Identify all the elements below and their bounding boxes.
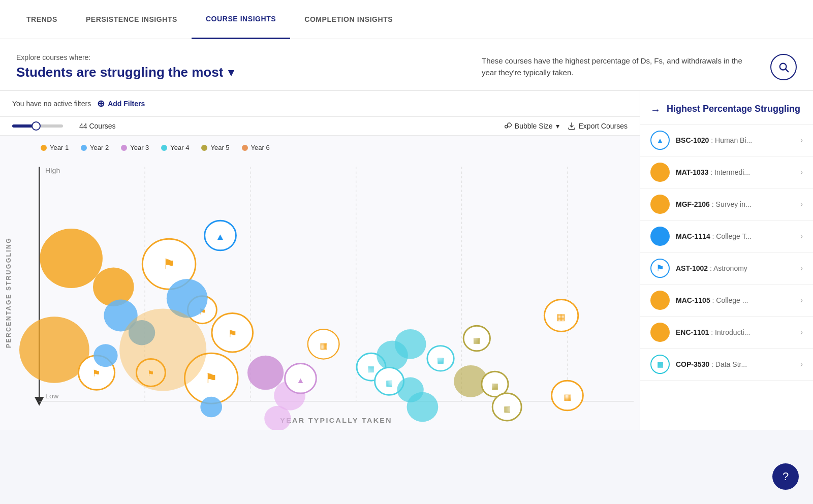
course-list-item[interactable]: ENC-1101 : Introducti... › xyxy=(640,317,813,349)
bubble-y1-2[interactable] xyxy=(93,268,134,307)
course-code: MAC-1105 xyxy=(676,296,710,304)
content-wrapper: You have no active filters ⊕ Add Filters… xyxy=(0,91,813,430)
legend-label-year2: Year 2 xyxy=(90,144,109,151)
legend-label-year3: Year 3 xyxy=(130,144,149,151)
bubble-y2-6[interactable] xyxy=(200,397,222,418)
bubble-y2-5[interactable] xyxy=(93,344,118,367)
svg-text:▲: ▲ xyxy=(296,375,304,385)
legend-label-year5: Year 5 xyxy=(210,144,229,151)
course-list-item[interactable]: ▦ COP-3530 : Data Str... › xyxy=(640,349,813,381)
course-code: MGF-2106 xyxy=(676,200,710,208)
chart-legend: Year 1 Year 2 Year 3 Year 4 Year 5 Year … xyxy=(0,136,640,155)
course-name: : Data Str... xyxy=(711,360,747,368)
svg-text:▦: ▦ xyxy=(386,379,393,388)
course-info-mac1114: MAC-1114 : College T... xyxy=(676,232,794,240)
svg-text:⚑: ⚑ xyxy=(228,328,238,339)
hero-title[interactable]: Students are struggling the most ▾ xyxy=(16,65,234,80)
course-name: : College ... xyxy=(712,296,748,304)
bubble-range-slider[interactable] xyxy=(12,124,63,128)
chevron-right-icon: › xyxy=(800,136,803,145)
bubble-chart: PERCENTAGE STRUGGLING High Low YEAR TYPI… xyxy=(0,155,640,430)
svg-text:PERCENTAGE STRUGGLING: PERCENTAGE STRUGGLING xyxy=(5,237,12,348)
course-code: COP-3530 xyxy=(676,360,709,368)
dropdown-chevron-icon[interactable]: ▾ xyxy=(228,66,234,79)
svg-line-1 xyxy=(786,69,788,72)
search-button[interactable] xyxy=(770,54,797,80)
course-name: : Human Bi... xyxy=(711,136,752,144)
legend-dot-year2 xyxy=(81,145,87,151)
svg-text:▦: ▦ xyxy=(437,356,444,365)
legend-dot-year6 xyxy=(242,145,248,151)
course-avatar-cop3530: ▦ xyxy=(650,355,670,374)
course-info-mat1033: MAT-1033 : Intermedi... xyxy=(676,168,794,176)
filter-status-text: You have no active filters xyxy=(12,100,91,108)
right-panel: → Highest Percentage Struggling ▲ BSC-10… xyxy=(640,91,813,430)
svg-text:▦: ▦ xyxy=(564,393,571,402)
legend-year1: Year 1 xyxy=(41,144,69,151)
add-filters-button[interactable]: ⊕ Add Filters xyxy=(97,98,145,109)
top-navigation: TRENDS PERSISTENCE INSIGHTS COURSE INSIG… xyxy=(0,0,813,39)
chevron-right-icon: › xyxy=(800,296,803,305)
chart-toolbar: 44 Courses Bubble Size ▾ Export Courses xyxy=(0,117,640,136)
hero-section: Explore courses where: Students are stru… xyxy=(0,39,813,91)
course-code: ENC-1101 xyxy=(676,328,709,336)
course-code: MAC-1114 xyxy=(676,232,710,240)
course-list-item[interactable]: MAC-1105 : College ... › xyxy=(640,285,813,317)
filter-bar: You have no active filters ⊕ Add Filters xyxy=(0,91,640,117)
bubble-y3-1[interactable] xyxy=(247,356,284,390)
course-list-item[interactable]: MGF-2106 : Survey in... › xyxy=(640,188,813,220)
course-name: : Astronomy xyxy=(710,264,747,272)
course-avatar-mat1033 xyxy=(650,163,670,182)
hero-description: These courses have the highest percentag… xyxy=(482,55,756,78)
range-thumb[interactable] xyxy=(32,121,41,131)
course-list-item[interactable]: MAC-1114 : College T... › xyxy=(640,220,813,253)
svg-text:▦: ▦ xyxy=(367,365,374,373)
bubble-highlight xyxy=(119,309,206,391)
hero-left: Explore courses where: Students are stru… xyxy=(16,53,234,80)
course-name: : Introducti... xyxy=(711,328,750,336)
nav-course-insights[interactable]: COURSE INSIGHTS xyxy=(192,0,290,39)
nav-completion[interactable]: COMPLETION INSIGHTS xyxy=(290,0,407,39)
course-list-item[interactable]: ▲ BSC-1020 : Human Bi... › xyxy=(640,124,813,156)
legend-dot-year4 xyxy=(161,145,167,151)
bubble-y4-6[interactable] xyxy=(407,392,439,422)
bubble-y4-3[interactable] xyxy=(395,329,426,359)
bubble-y3-3[interactable] xyxy=(264,406,291,430)
chevron-right-icon: › xyxy=(800,360,803,369)
course-info-mac1105: MAC-1105 : College ... xyxy=(676,296,794,304)
course-code: BSC-1020 xyxy=(676,136,709,144)
chevron-right-icon: › xyxy=(800,200,803,209)
export-button[interactable]: Export Courses xyxy=(568,122,628,130)
hero-title-text: Students are struggling the most xyxy=(16,65,223,80)
chevron-right-icon: › xyxy=(800,264,803,273)
legend-dot-year3 xyxy=(121,145,127,151)
plus-icon: ⊕ xyxy=(97,98,105,109)
course-code: MAT-1033 xyxy=(676,168,708,176)
course-avatar-mac1114 xyxy=(650,227,670,246)
svg-text:▦: ▦ xyxy=(473,336,480,344)
legend-label-year6: Year 6 xyxy=(251,144,270,151)
courses-count: 44 Courses xyxy=(79,122,116,130)
svg-point-3 xyxy=(507,123,511,127)
legend-year2: Year 2 xyxy=(81,144,109,151)
course-avatar-bsc1020: ▲ xyxy=(650,131,670,150)
course-info-ast1002: AST-1002 : Astronomy xyxy=(676,264,794,272)
svg-text:▦: ▦ xyxy=(504,404,511,413)
bubble-size-chevron-icon: ▾ xyxy=(556,122,559,130)
legend-year3: Year 3 xyxy=(121,144,149,151)
svg-text:⚑: ⚑ xyxy=(92,368,101,379)
bubble-size-button[interactable]: Bubble Size ▾ xyxy=(504,122,559,130)
arrow-right-icon: → xyxy=(650,104,661,116)
course-list-item[interactable]: MAT-1033 : Intermedi... › xyxy=(640,156,813,188)
right-panel-title: Highest Percentage Struggling xyxy=(667,103,800,115)
nav-trends[interactable]: TRENDS xyxy=(12,0,72,39)
hero-right: These courses have the highest percentag… xyxy=(482,54,797,80)
nav-persistence[interactable]: PERSISTENCE INSIGHTS xyxy=(72,0,192,39)
course-avatar-enc1101 xyxy=(650,323,670,342)
course-info-mgf2106: MGF-2106 : Survey in... xyxy=(676,200,794,208)
svg-text:Low: Low xyxy=(45,392,59,400)
legend-year4: Year 4 xyxy=(161,144,189,151)
bubble-y1-1[interactable] xyxy=(40,229,103,288)
course-info-cop3530: COP-3530 : Data Str... xyxy=(676,360,794,368)
course-list-item[interactable]: ⚑ AST-1002 : Astronomy › xyxy=(640,253,813,285)
